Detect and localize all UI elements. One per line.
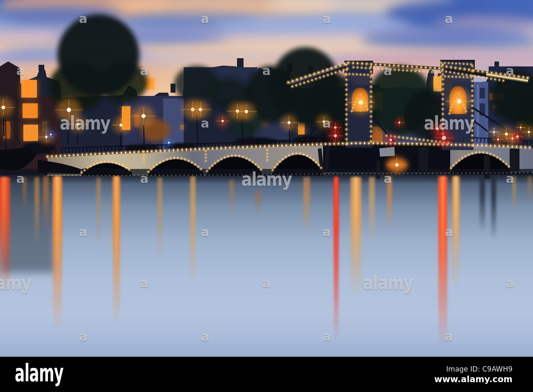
alamy-stock-photo-page: aaaaaaaaaaaaaaaaaaaaaaaaaaalamyalamyalam…: [0, 0, 533, 392]
lit-window: [21, 80, 37, 98]
lit-window: [180, 125, 184, 130]
lit-window: [42, 121, 47, 131]
image-id-text: Image ID: C9AWH9: [434, 365, 512, 373]
boat-tarp: [379, 147, 395, 157]
scene-overlay: [0, 0, 533, 357]
alamy-footer-bar: alamy Image ID: C9AWH9 www.alamy.com: [0, 357, 533, 392]
lit-window: [23, 103, 38, 118]
alamy-logo: alamy: [15, 359, 64, 387]
lit-window: [23, 125, 38, 141]
alamy-url-text: www.alamy.com: [434, 374, 512, 384]
lit-window: [372, 127, 383, 142]
photo-amsterdam-magere-brug-dusk: aaaaaaaaaaaaaaaaaaaaaaaaaaalamyalamyalam…: [0, 0, 533, 357]
